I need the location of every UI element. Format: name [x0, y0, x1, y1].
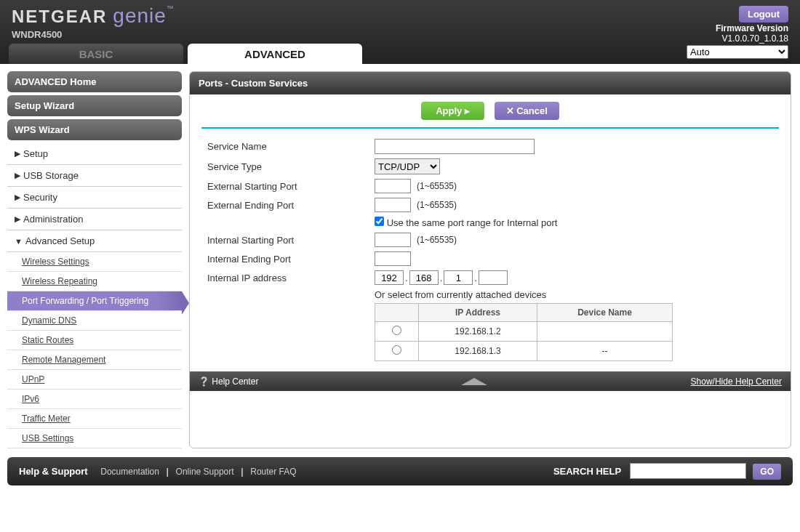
show-hide-help-link[interactable]: Show/Hide Help Center: [691, 376, 782, 387]
help-support-label: Help & Support: [19, 466, 88, 477]
sub-port-forwarding[interactable]: Port Forwarding / Port Triggering: [7, 291, 182, 311]
int-end-label: Internal Ending Port: [207, 254, 375, 265]
form: Service Name Service Type TCP/UDP Extern…: [190, 129, 791, 371]
chevron-right-icon: ▶: [15, 214, 20, 224]
ip-octet-2[interactable]: [409, 270, 439, 285]
device-radio-1[interactable]: [392, 345, 401, 355]
ip-octet-1[interactable]: [375, 270, 404, 285]
table-row: 192.168.1.2: [375, 322, 673, 342]
tab-advanced[interactable]: ADVANCED: [188, 44, 362, 64]
content-panel: Ports - Custom Services Apply ▸ ✕ Cancel…: [189, 71, 791, 448]
range-hint: (1~65535): [417, 181, 457, 191]
chevron-up-icon[interactable]: [461, 378, 487, 385]
tab-basic[interactable]: BASIC: [9, 44, 183, 64]
chevron-right-icon: ▶: [15, 149, 20, 158]
help-icon: ❔: [199, 376, 212, 387]
help-bar: ❔ Help Center Show/Hide Help Center: [190, 371, 791, 391]
sub-wireless-repeating[interactable]: Wireless Repeating: [7, 272, 182, 291]
sub-remote-management[interactable]: Remote Management: [7, 350, 182, 370]
service-type-select[interactable]: TCP/UDP: [375, 158, 440, 174]
ip-octet-3[interactable]: [444, 270, 473, 285]
firmware-block: Firmware Version V1.0.0.70_1.0.18 Auto: [687, 23, 788, 59]
footer: Help & Support Documentation | Online Su…: [7, 457, 793, 485]
device-name: [537, 322, 673, 342]
footer-link-router-faq[interactable]: Router FAQ: [250, 467, 296, 477]
int-start-label: Internal Starting Port: [207, 235, 375, 246]
chevron-right-icon: ▶: [15, 171, 20, 180]
same-port-label: Use the same port range for Internal por…: [387, 217, 558, 228]
sub-upnp[interactable]: UPnP: [7, 370, 182, 390]
cancel-button[interactable]: ✕ Cancel: [495, 102, 559, 120]
ip-octet-4[interactable]: [479, 270, 508, 285]
sub-dynamic-dns[interactable]: Dynamic DNS: [7, 311, 182, 331]
range-hint: (1~65535): [417, 200, 457, 210]
sidebar-wps-wizard[interactable]: WPS Wizard: [7, 119, 182, 140]
sidebar-item-advanced-setup[interactable]: ▼Advanced Setup: [7, 230, 182, 252]
sidebar-item-usb-storage[interactable]: ▶USB Storage: [7, 165, 182, 187]
chevron-right-icon: ▶: [15, 193, 20, 202]
header: NETGEAR genie™ WNDR4500 Logout Firmware …: [0, 0, 800, 64]
range-hint: (1~65535): [417, 235, 457, 245]
devices-table: IP Address Device Name 192.168.1.2 192.1…: [375, 303, 673, 361]
device-radio-0[interactable]: [392, 326, 401, 335]
table-row: 192.168.1.3 --: [375, 342, 673, 361]
sidebar-item-setup[interactable]: ▶Setup: [7, 143, 182, 165]
int-ip-label: Internal IP address: [207, 273, 375, 283]
sub-wireless-settings[interactable]: Wireless Settings: [7, 252, 182, 272]
model-number: WNDR4500: [12, 29, 788, 40]
search-help-label: SEARCH HELP: [553, 466, 621, 477]
device-name: --: [537, 342, 673, 361]
service-name-input[interactable]: [375, 139, 535, 154]
brand: NETGEAR genie™: [12, 4, 788, 28]
apply-button[interactable]: Apply ▸: [421, 102, 484, 120]
footer-link-online-support[interactable]: Online Support: [176, 467, 234, 477]
service-type-label: Service Type: [207, 161, 375, 172]
page-title: Ports - Custom Services: [190, 72, 791, 94]
th-name: Device Name: [537, 304, 673, 322]
device-ip: 192.168.1.3: [419, 342, 537, 361]
brand-genie: genie™: [113, 4, 175, 28]
int-end-input[interactable]: [375, 251, 411, 266]
chevron-down-icon: ▼: [15, 237, 23, 246]
service-name-label: Service Name: [207, 141, 375, 152]
device-ip: 192.168.1.2: [419, 322, 537, 342]
brand-netgear: NETGEAR: [12, 7, 107, 27]
logout-button[interactable]: Logout: [739, 6, 788, 23]
help-center-label[interactable]: ❔ Help Center: [199, 376, 258, 387]
sidebar: ADVANCED Home Setup Wizard WPS Wizard ▶S…: [7, 71, 182, 448]
sidebar-item-administration[interactable]: ▶Administration: [7, 209, 182, 230]
firmware-version: V1.0.0.70_1.0.18: [687, 33, 788, 44]
main-tabs: BASIC ADVANCED: [9, 44, 367, 64]
sidebar-advanced-home[interactable]: ADVANCED Home: [7, 71, 182, 92]
sub-traffic-meter[interactable]: Traffic Meter: [7, 409, 182, 429]
ext-end-label: External Ending Port: [207, 200, 375, 211]
th-radio: [375, 304, 419, 322]
same-port-checkbox[interactable]: [375, 217, 384, 226]
sidebar-item-security[interactable]: ▶Security: [7, 187, 182, 209]
go-button[interactable]: GO: [753, 464, 781, 480]
ext-start-label: External Starting Port: [207, 181, 375, 192]
th-ip: IP Address: [419, 304, 537, 322]
sub-static-routes[interactable]: Static Routes: [7, 331, 182, 350]
or-select-text: Or select from currently attached device…: [375, 289, 773, 300]
sub-usb-settings[interactable]: USB Settings: [7, 429, 182, 448]
sub-ipv6[interactable]: IPv6: [7, 390, 182, 409]
sidebar-setup-wizard[interactable]: Setup Wizard: [7, 95, 182, 116]
firmware-label: Firmware Version: [687, 23, 788, 33]
int-start-input[interactable]: [375, 233, 411, 247]
search-help-input[interactable]: [630, 463, 746, 479]
footer-link-documentation[interactable]: Documentation: [100, 467, 159, 477]
language-select[interactable]: Auto: [687, 45, 788, 59]
ext-end-input[interactable]: [375, 198, 411, 212]
ext-start-input[interactable]: [375, 179, 411, 193]
